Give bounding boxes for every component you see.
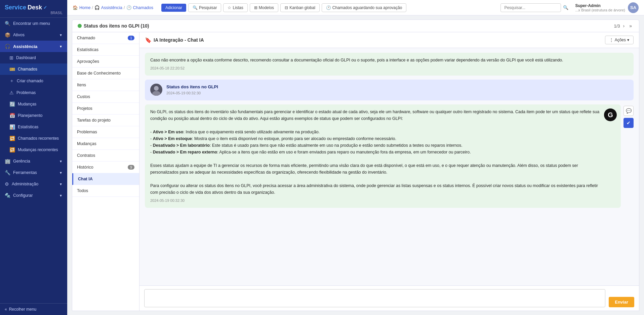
breadcrumb-chamados[interactable]: Chamados: [133, 5, 153, 10]
kanban-button[interactable]: ⊟ Kanban global: [280, 3, 320, 12]
topnav-user: Super-Admin ...x Brasil (estrutura de ár…: [575, 2, 639, 13]
chevron-down-icon-assist: ▼: [59, 45, 63, 48]
sidebar-item-criar-chamado[interactable]: ＋ Criar chamado: [0, 75, 67, 87]
ai-msg2-p3: - Ativo > Em estoque: Mostra que o item …: [150, 135, 601, 142]
collapse-icon: «: [5, 307, 7, 312]
sidebar-item-configurar[interactable]: 🔩 Configurar ▼: [0, 190, 67, 201]
user-avatar: [150, 84, 162, 96]
user-msg-title: Status dos itens no GLPI: [166, 84, 628, 91]
ai-msg2-p5: - Desativado > Em reparo externo: Aplica…: [150, 149, 601, 155]
chevron-down-icon-config: ▼: [59, 194, 63, 197]
actions-button[interactable]: ⋮ Ações ▾: [605, 36, 634, 44]
msg-actions-col: 💬 ✔: [623, 104, 634, 128]
main-wrapper: 🏠 Home / 🎧 Assistência / 🕐 Chamados Adic…: [67, 0, 644, 315]
aprovacao-button[interactable]: 🕐 Chamados aguardando sua aprovação: [322, 3, 406, 12]
gerencia-icon: 🏢: [5, 159, 10, 164]
sidebar-item-administracao[interactable]: ⚙ Administração ▼: [0, 178, 67, 190]
home-icon: 🏠: [73, 5, 78, 10]
topnav-search: 🔍: [500, 3, 568, 12]
search-button[interactable]: 🔍 Pesquisar: [188, 3, 221, 12]
ai-msg2-p4: - Desativado > Em laboratório: Este stat…: [150, 142, 601, 149]
clock-icon: 🕐: [326, 5, 331, 10]
sidebar-item-chamados[interactable]: 🎫 Chamados: [0, 63, 67, 75]
sidebar-item-estatisticas[interactable]: 📊 Estatísticas: [0, 121, 67, 133]
comment-action-btn[interactable]: 💬: [623, 106, 634, 116]
left-panel-item-chat-ia[interactable]: Chat IA: [72, 173, 139, 185]
chevron-down-icon: ▼: [59, 33, 63, 37]
modelos-button[interactable]: ⊞ Modelos: [250, 3, 278, 12]
left-panel-item-estatisticas[interactable]: Estatísticas: [72, 44, 139, 56]
dots-icon: ⋮: [609, 38, 613, 42]
left-panel-item-historico[interactable]: Histórico 9: [72, 162, 139, 173]
search-icon: 🔍: [5, 21, 10, 26]
breadcrumb: 🏠 Home / 🎧 Assistência / 🕐 Chamados: [73, 5, 153, 10]
chevron-down-icon-ferramentas: ▼: [59, 171, 63, 175]
kanban-icon: ⊟: [285, 5, 288, 10]
page-body: Status dos itens no GLPI (10) 1/3 › » Ch…: [67, 15, 644, 315]
ai-msg2-p2: - Ativo > Em uso: Indica que o equipamen…: [150, 129, 601, 135]
listas-button[interactable]: ☆ Listas: [223, 3, 247, 12]
left-panel-item-projetos[interactable]: Projetos: [72, 103, 139, 115]
left-panel-item-itens[interactable]: Itens: [72, 79, 139, 91]
ai-msg2-p1: No GLPI, os status dos itens do inventár…: [150, 108, 601, 122]
dashboard-icon: ⊞: [9, 55, 13, 60]
planejamento-icon: 📅: [9, 113, 15, 118]
sidebar-item-planejamento[interactable]: 📅 Planejamento: [0, 110, 67, 121]
sidebar-item-gerencia[interactable]: 🏢 Gerência ▼: [0, 155, 67, 167]
left-panel-item-problemas[interactable]: Problemas: [72, 126, 139, 138]
mudancas-rec-icon: 🔁: [9, 147, 15, 152]
ai-msg1-text: Caso não encontre a opção exata conforme…: [150, 58, 563, 62]
status-dot-green: [78, 24, 82, 28]
pagination-last[interactable]: »: [628, 22, 634, 29]
breadcrumb-assistencia[interactable]: Assistência: [101, 5, 122, 10]
left-panel-item-contratos[interactable]: Contratos: [72, 150, 139, 162]
chat-input-area: Enviar: [139, 285, 639, 311]
pagination-text: 1/3: [614, 24, 620, 29]
sidebar-item-dashboard[interactable]: ⊞ Dashboard: [0, 52, 67, 63]
sidebar-item-encontrar-menu[interactable]: 🔍 Encontrar um menu: [0, 18, 67, 29]
status-title: Status dos itens no GLPI (10): [84, 23, 149, 29]
left-panel: Chamado 1 Estatísticas Aprovações Base d…: [72, 32, 139, 311]
search-input[interactable]: [500, 3, 561, 12]
left-panel-item-custos[interactable]: Custos: [72, 91, 139, 103]
config-icon: 🔩: [5, 193, 10, 198]
left-panel-item-tarefas[interactable]: Tarefas do projeto: [72, 115, 139, 126]
sidebar-item-chamados-recorrentes[interactable]: 🔁 Chamados recorrentes: [0, 133, 67, 144]
left-panel-item-todos[interactable]: Todos: [72, 185, 139, 197]
search-icon-btn: 🔍: [193, 5, 198, 10]
mudancas-icon: 🔄: [9, 101, 15, 107]
sidebar-item-assistencia[interactable]: 🎧 Assistência ▼: [0, 41, 67, 52]
topnav-actions: Adicionar 🔍 Pesquisar ☆ Listas ⊞ Modelos…: [161, 3, 406, 12]
avatar: SA: [628, 2, 639, 13]
status-bar: Status dos itens no GLPI (10) 1/3 › »: [72, 19, 639, 32]
svg-point-1: [152, 91, 160, 96]
assistencia-icon: 🎧: [5, 44, 10, 49]
add-button[interactable]: Adicionar: [161, 4, 186, 12]
approve-action-btn[interactable]: ✔: [623, 118, 634, 128]
ai-message-2: No GLPI, os status dos itens do inventár…: [145, 104, 621, 208]
left-panel-item-base-conhecimento[interactable]: Base de Conhecimento: [72, 68, 139, 79]
left-panel-item-mudancas[interactable]: Mudanças: [72, 138, 139, 150]
sidebar-item-ativos[interactable]: 📦 Ativos ▼: [0, 29, 67, 41]
badge-chamado: 1: [128, 36, 134, 40]
chevron-down-icon-actions: ▾: [627, 38, 629, 42]
sidebar-item-mudancas[interactable]: 🔄 Mudanças: [0, 98, 67, 110]
ferramentas-icon: 🔧: [5, 170, 10, 175]
ai-logo: G: [604, 108, 617, 121]
chat-input[interactable]: [144, 289, 605, 307]
sidebar-collapse-btn[interactable]: « Recolher menu: [0, 303, 67, 315]
chevron-down-icon-admin: ▼: [59, 182, 63, 186]
search-submit-icon[interactable]: 🔍: [563, 5, 568, 10]
sidebar-item-problemas[interactable]: ⚠ Problemas: [0, 87, 67, 98]
sidebar-item-mudancas-recorrentes[interactable]: 🔁 Mudanças recorrentes: [0, 144, 67, 155]
chat-header: 🔖 IA Integração - Chat IA ⋮ Ações ▾: [139, 32, 639, 48]
left-panel-item-aprovacoes[interactable]: Aprovações: [72, 56, 139, 68]
right-panel: 🔖 IA Integração - Chat IA ⋮ Ações ▾ Caso: [139, 32, 639, 311]
ai-message-1: Caso não encontre a opção exata conforme…: [145, 53, 634, 76]
pagination-next[interactable]: ›: [621, 22, 627, 29]
sidebar-item-ferramentas[interactable]: 🔧 Ferramentas ▼: [0, 167, 67, 178]
ai-msg2-time: 2024-05-19 00:32:30: [150, 198, 601, 204]
send-button[interactable]: Enviar: [609, 297, 634, 307]
left-panel-item-chamado[interactable]: Chamado 1: [72, 32, 139, 44]
breadcrumb-home[interactable]: Home: [79, 5, 90, 10]
